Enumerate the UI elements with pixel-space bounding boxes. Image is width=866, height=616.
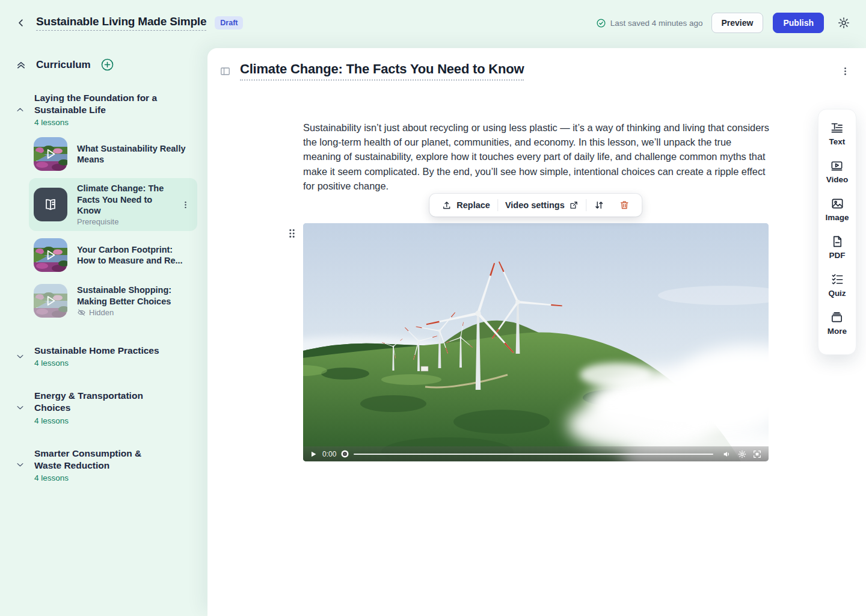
play-overlay-icon <box>34 137 67 171</box>
add-video-block-button[interactable]: Video <box>826 159 849 184</box>
status-badge: Draft <box>215 16 243 29</box>
play-icon <box>310 451 317 458</box>
curriculum-section: Laying the Foundation for a Sustainable … <box>0 92 207 322</box>
more-blocks-icon <box>830 310 844 324</box>
lesson-video-thumbnail <box>34 238 67 272</box>
wind-turbines-video-frame <box>303 223 769 461</box>
curriculum-section: Smarter Consumption & Waste Reduction 4 … <box>0 448 207 482</box>
video-block-icon <box>830 159 844 173</box>
section-header[interactable]: Laying the Foundation for a Sustainable … <box>0 92 207 127</box>
settings-button[interactable] <box>836 15 852 31</box>
move-block-button[interactable] <box>587 194 612 217</box>
lesson-item-sustainable-shopping[interactable]: Sustainable Shopping: Making Better Choi… <box>29 279 197 322</box>
curriculum-sidebar: Curriculum Laying the Foundation for a S… <box>0 46 207 616</box>
add-image-block-button[interactable]: Image <box>825 197 849 222</box>
preview-button[interactable]: Preview <box>711 13 764 33</box>
section-lesson-count: 4 lessons <box>34 416 162 425</box>
lesson-page-title[interactable]: Climate Change: The Facts You Need to Kn… <box>240 61 524 81</box>
add-text-block-button[interactable]: Text <box>829 121 846 146</box>
section-lesson-count: 4 lessons <box>34 118 162 127</box>
curriculum-section: Energy & Transportation Choices 4 lesson… <box>0 390 207 425</box>
add-block-panel: Text Video Image PDF Quiz More <box>818 109 856 355</box>
section-title: Laying the Foundation for a Sustainable … <box>34 92 162 116</box>
section-lesson-count: 4 lessons <box>34 473 162 482</box>
block-drag-handle[interactable] <box>286 226 298 241</box>
collapse-all-button[interactable] <box>14 58 28 72</box>
lesson-options-button[interactable] <box>839 65 852 78</box>
section-lesson-count: 4 lessons <box>34 359 162 368</box>
scrubber-knob[interactable] <box>343 452 347 456</box>
curriculum-section: Sustainable Home Practices 4 lessons <box>0 345 207 368</box>
lesson-title: Climate Change: The Facts You Need to Kn… <box>77 183 170 216</box>
lesson-item-carbon-footprint[interactable]: Your Carbon Footprint: How to Measure an… <box>29 233 197 277</box>
play-button[interactable] <box>310 451 317 458</box>
kebab-icon <box>181 200 190 209</box>
section-header[interactable]: Energy & Transportation Choices 4 lesson… <box>0 390 207 425</box>
replace-button[interactable]: Replace <box>434 194 497 217</box>
section-title: Sustainable Home Practices <box>34 345 162 357</box>
gear-icon <box>737 449 747 459</box>
topbar: Sustainable Living Made Simple Draft Las… <box>0 0 866 46</box>
add-pdf-block-button[interactable]: PDF <box>829 235 846 260</box>
lesson-hidden-badge: Hidden <box>77 308 192 317</box>
last-saved-text: Last saved 4 minutes ago <box>610 19 703 28</box>
lesson-reading-thumbnail <box>34 188 67 221</box>
playback-time: 0:00 <box>322 450 336 458</box>
player-settings-button[interactable] <box>737 449 747 459</box>
back-button[interactable] <box>14 16 28 29</box>
upload-icon <box>441 200 452 211</box>
panel-toggle-icon <box>220 66 231 77</box>
quiz-block-icon <box>831 273 844 286</box>
book-open-icon <box>42 196 59 213</box>
lesson-editor-panel: Climate Change: The Facts You Need to Kn… <box>207 48 866 616</box>
volume-button[interactable] <box>722 449 732 459</box>
play-overlay-icon <box>34 238 67 272</box>
chevrons-up-icon <box>16 60 26 70</box>
chevron-up-icon[interactable] <box>16 105 26 114</box>
section-title: Energy & Transportation Choices <box>34 390 162 414</box>
image-block-icon <box>831 197 844 211</box>
play-overlay-icon <box>34 284 67 318</box>
progress-track[interactable] <box>354 454 713 455</box>
trash-icon <box>619 200 630 211</box>
delete-block-button[interactable] <box>612 194 637 217</box>
more-blocks-button[interactable]: More <box>828 310 847 336</box>
chevron-down-icon[interactable] <box>16 403 26 412</box>
lesson-menu-button[interactable] <box>180 198 191 212</box>
lesson-title: Your Carbon Footprint: How to Measure an… <box>77 244 192 266</box>
save-status: Last saved 4 minutes ago <box>596 18 703 28</box>
fullscreen-button[interactable] <box>752 449 762 459</box>
check-circle-icon <box>596 18 606 28</box>
volume-icon <box>722 449 732 459</box>
grip-dots-icon <box>288 228 296 239</box>
lesson-item-climate-change[interactable]: Climate Change: The Facts You Need to Kn… <box>29 178 197 231</box>
section-header[interactable]: Sustainable Home Practices 4 lessons <box>0 345 207 368</box>
lesson-intro-paragraph[interactable]: Sustainability isn’t just about recyclin… <box>303 120 771 193</box>
course-title[interactable]: Sustainable Living Made Simple <box>36 15 206 31</box>
chevron-down-icon[interactable] <box>16 460 26 469</box>
external-link-icon <box>570 200 579 210</box>
add-quiz-block-button[interactable]: Quiz <box>828 273 846 298</box>
fullscreen-icon <box>752 449 762 459</box>
gear-icon <box>837 16 850 29</box>
text-block-icon <box>830 121 844 135</box>
lesson-badge: Prerequisite <box>77 217 170 226</box>
section-title: Smarter Consumption & Waste Reduction <box>34 448 162 472</box>
video-block[interactable]: 0:00 <box>303 223 769 461</box>
lesson-title: Sustainable Shopping: Making Better Choi… <box>77 285 192 307</box>
lesson-item-what-sustainability[interactable]: What Sustainability Really Means <box>29 132 197 176</box>
eye-off-icon <box>77 308 86 317</box>
section-header[interactable]: Smarter Consumption & Waste Reduction 4 … <box>0 448 207 482</box>
plus-circle-icon <box>100 58 114 72</box>
publish-button[interactable]: Publish <box>773 13 824 33</box>
video-block-toolbar: Replace Video settings <box>429 194 642 217</box>
chevron-left-icon <box>16 17 26 28</box>
pdf-block-icon <box>831 235 844 248</box>
lesson-video-thumbnail <box>34 137 67 171</box>
video-settings-button[interactable]: Video settings <box>498 194 586 217</box>
sort-arrows-icon <box>594 200 605 211</box>
sidebar-toggle-button[interactable] <box>218 64 232 78</box>
chevron-down-icon[interactable] <box>16 352 26 361</box>
add-section-button[interactable] <box>99 57 115 73</box>
video-controls: 0:00 <box>303 446 769 461</box>
